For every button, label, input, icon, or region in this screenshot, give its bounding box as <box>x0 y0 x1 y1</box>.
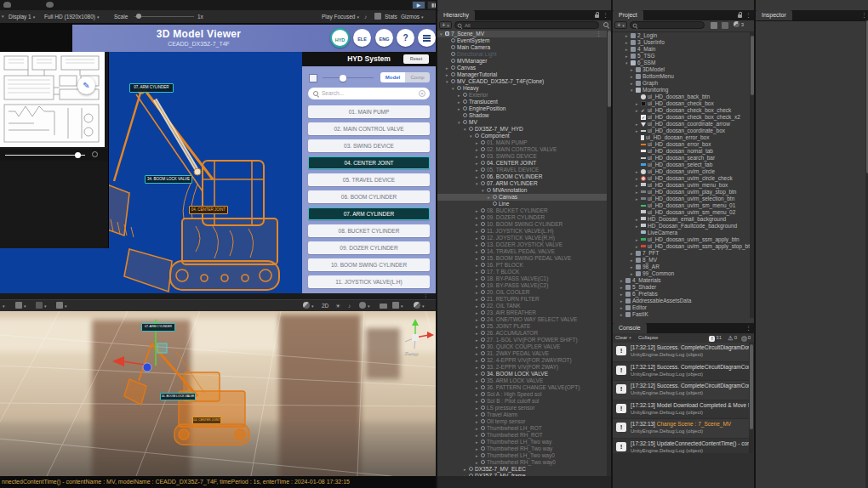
camera-icon[interactable] <box>380 300 387 312</box>
hierarchy-row[interactable]: ▸25. JOINT PLATE <box>437 323 607 330</box>
project-row[interactable]: ▸8_MV <box>613 257 750 264</box>
play-focused-dropdown[interactable]: Play Focused▾ <box>322 10 359 23</box>
hierarchy-row[interactable]: ▸Exterior <box>437 92 607 99</box>
search-by-label-icon[interactable] <box>722 22 728 29</box>
project-row[interactable]: ▸ui_HD_doosan_uvim_selection_btn <box>613 196 750 202</box>
component-button[interactable]: 01. MAIN PUMP <box>308 105 430 118</box>
project-row[interactable]: ui_HD_doosan_uvim_sm_menu_02 <box>613 209 750 216</box>
scene-options-icon[interactable]: ⋮ <box>596 31 602 37</box>
scale-slider[interactable] <box>134 16 194 17</box>
menu-button[interactable] <box>418 29 436 47</box>
hierarchy-row[interactable]: Directional Light <box>437 51 607 58</box>
project-row[interactable]: ▾Monitoring <box>613 87 750 94</box>
hierarchy-row[interactable]: ▸04. CENTER JOINT <box>437 160 607 167</box>
panel-menu-icon[interactable]: ⋮ <box>602 12 608 19</box>
project-row[interactable]: LiveCamera <box>613 230 750 236</box>
tab-inspector[interactable]: Inspector <box>756 10 792 20</box>
panel-menu-icon[interactable]: ⋮ <box>745 12 751 19</box>
console-log-entry[interactable]: ![17:32:13] Change Scene : 7_Scene_MVUni… <box>613 419 749 439</box>
snap-dropdown[interactable]: ▾ <box>56 300 67 312</box>
project-row[interactable]: ui_HD_doosan_search_bar <box>613 155 750 162</box>
hierarchy-row[interactable]: ▸12. JOYSTICK VALVE(R.H) <box>437 235 607 241</box>
hierarchy-row[interactable]: ▾MVAnnotation <box>437 187 607 194</box>
project-row[interactable]: ▸98_AR <box>613 264 750 270</box>
project-row[interactable]: ▸7_PFT <box>613 250 750 257</box>
hierarchy-row[interactable]: ▸14. TRAVEL PEDAL VALVE <box>437 248 607 255</box>
scene-lighting-icon[interactable]: ☀ <box>335 300 340 312</box>
effects-dropdown[interactable]: ▾ <box>359 300 370 312</box>
scene-caret-icon[interactable]: ▾ <box>3 300 5 312</box>
component-button[interactable]: 02. MAIN CONTROL VALVE <box>308 122 430 135</box>
hierarchy-row[interactable]: ▸Translucent <box>437 99 607 105</box>
hierarchy-row[interactable]: ▸32. 4-EPPR V/V(FOR 2WAY/ROT) <box>437 357 607 364</box>
hierarchy-row[interactable]: ▸24. ONE/TWO WAY SELECT VALVE <box>437 316 607 323</box>
project-row[interactable]: ▸6_Prefabs <box>613 291 750 298</box>
tab-console[interactable]: Console <box>613 323 647 333</box>
diagram-slider-knob[interactable] <box>75 152 81 158</box>
hierarchy-row[interactable]: ▾07. ARM CYLINDER <box>437 180 607 187</box>
project-row[interactable]: ▸Graph <box>613 80 750 87</box>
diagram-zoom-slider[interactable] <box>0 149 108 161</box>
hierarchy-row[interactable]: ▸20. OIL COOLER <box>437 289 607 296</box>
hierarchy-row[interactable]: ▸21. RETURN FILTER <box>437 296 607 303</box>
hidden-packages-count[interactable]: 3 <box>734 21 744 27</box>
hierarchy-row[interactable]: ▸30. QUICK COUPLER VALVE <box>437 343 607 350</box>
clear-button[interactable]: Clear▾ <box>615 335 631 340</box>
panel-menu-icon[interactable]: ⋮ <box>745 325 751 332</box>
project-row[interactable]: ▸4_Materials <box>613 277 750 284</box>
hierarchy-row[interactable]: ▸18. BY-PASS VALVE(C1) <box>437 275 607 282</box>
hierarchy-row[interactable]: ▸Thumbwheel RH_ROT <box>437 432 607 439</box>
error-count[interactable]: −0 <box>741 335 751 342</box>
create-button[interactable]: +▾ <box>439 21 452 29</box>
project-row[interactable]: ▸3_UserInfo <box>613 39 750 46</box>
hierarchy-row[interactable]: ▸01. MAIN PUMP <box>437 139 607 146</box>
project-row[interactable]: ▸HD_Doosan_email_background <box>613 216 750 223</box>
hierarchy-row[interactable]: Shadow <box>437 112 607 119</box>
project-row[interactable]: ▸5_Shader <box>613 284 750 291</box>
gizmos-dropdown[interactable]: Gizmos▾ <box>401 10 424 23</box>
diagram-settings-icon[interactable] <box>92 151 98 157</box>
hierarchy-row[interactable]: MVManager <box>437 58 607 65</box>
hierarchy-row[interactable]: ▸05. TRAVEL DEVICE <box>437 167 607 173</box>
log-count[interactable]: !31 <box>709 335 722 342</box>
project-row[interactable]: ▸✓ui_HD_doosan_check_box_check <box>613 107 750 114</box>
project-row[interactable]: ▸ui_HD_doosan_uvim_ssm_apply_stop_btn <box>613 243 750 250</box>
project-row[interactable]: ▸BottomMenu <box>613 73 750 80</box>
project-row[interactable]: ▸ui_HD_doosan_uvim_play_stop_btn <box>613 189 750 196</box>
component-button[interactable]: 10. BOOM SWING CYLINDER <box>308 258 430 271</box>
hierarchy-row[interactable]: ▸08. BUCKET CYLINDER <box>437 207 607 214</box>
hierarchy-search-input[interactable]: All <box>454 21 599 29</box>
hierarchy-row[interactable]: ▸35. ARM LOCK VALVE <box>437 377 607 384</box>
transparency-checkbox[interactable] <box>309 74 317 82</box>
model-annotation-arm-cylinder[interactable]: 07. ARM CYLINDER <box>129 83 174 93</box>
project-row[interactable]: ▸5_TSG <box>613 53 750 60</box>
hierarchy-row[interactable]: ▸10. BOOM SWING CYLINDER <box>437 221 607 228</box>
hierarchy-row[interactable]: ▸34. BOOM LOCK VALVE <box>437 371 607 377</box>
project-row[interactable]: ▸HD_Doosan_Faultcode_background <box>613 223 750 230</box>
component-button[interactable]: 07. ARM CYLINDER <box>308 207 430 220</box>
hierarchy-row[interactable]: ▸LS pressure sensor <box>437 405 607 411</box>
project-row[interactable]: ui_HD_doosan_nomal_tab <box>613 148 750 155</box>
hierarchy-row[interactable]: ▸09. DOZER CYLINDER <box>437 214 607 221</box>
shading-mode-dropdown[interactable]: ▾ <box>303 300 314 312</box>
project-row[interactable]: ▸99_Common <box>613 270 750 277</box>
edit-annotation-button[interactable]: ✎ <box>77 77 95 94</box>
search-by-type-icon[interactable] <box>711 22 717 29</box>
console-log-entry[interactable]: ![17:32:12] Success. CompleteCircuitDiag… <box>613 343 749 362</box>
project-row[interactable]: ▸ui_HD_doosan_uvim_circle_check <box>613 175 750 182</box>
hierarchy-row[interactable]: ▸15. BOOM SWING PEDAL VALVE <box>437 255 607 262</box>
perspective-label[interactable]: Persp <box>405 350 419 355</box>
hierarchy-row[interactable]: ▸06. BOOM CYLINDER <box>437 173 607 180</box>
display-dropdown[interactable]: Display 1▾ <box>9 10 35 23</box>
project-row[interactable]: ▸ui_HD_doosan_uvim_circle <box>613 168 750 175</box>
project-row[interactable]: ui_HD_doosan_select_tab <box>613 162 750 168</box>
hierarchy-row[interactable]: ▸Oil temp sensor <box>437 418 607 425</box>
hierarchy-row[interactable]: ▸11. JOYSTICK VALVE(L.H) <box>437 228 607 235</box>
hierarchy-row[interactable]: ▸23. AIR BREATHER <box>437 309 607 316</box>
transparency-slider[interactable] <box>323 77 374 78</box>
component-button[interactable]: 08. BUCKET CYLINDER <box>308 224 430 237</box>
hierarchy-row[interactable]: ▸Thumbwheel LH_ROT <box>437 425 607 432</box>
2d-toggle[interactable]: 2D <box>322 300 328 312</box>
component-button[interactable]: 04. CENTER JOINT <box>308 156 430 169</box>
hierarchy-row[interactable]: ▸33. 2-EPPR V/V(FOR 2WAY) <box>437 364 607 371</box>
